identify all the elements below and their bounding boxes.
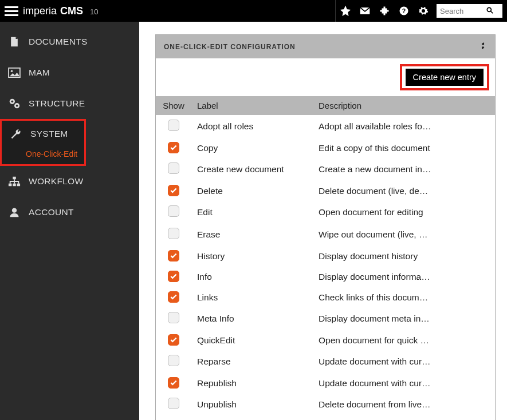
show-checkbox[interactable]: [168, 334, 179, 346]
svg-point-2: [487, 7, 491, 11]
settings-icon[interactable]: [414, 0, 433, 22]
show-checkbox[interactable]: [168, 163, 179, 174]
favorite-icon[interactable]: [336, 0, 355, 22]
cell-show: [156, 308, 191, 330]
cell-show: [156, 373, 191, 393]
show-checkbox[interactable]: [168, 250, 179, 261]
cell-desc: Display document meta in…: [313, 310, 495, 328]
sidebar-item-account[interactable]: ACCOUNT: [0, 197, 139, 228]
sidebar-item-label: MAM: [29, 68, 50, 78]
sidebar-sub-one-click-edit[interactable]: One-Click-Edit: [2, 147, 84, 164]
menu-toggle[interactable]: [5, 4, 18, 18]
table-body: Adopt all rolesAdopt all available roles…: [156, 115, 495, 420]
cell-desc: Display document informa…: [313, 268, 495, 286]
collapse-icon[interactable]: [479, 42, 487, 51]
svg-rect-9: [13, 177, 16, 180]
cell-desc: Validate document for corr…: [313, 418, 495, 420]
topbar: imperia CMS 10 ?: [0, 0, 507, 22]
table-row[interactable]: UnpublishDelete document from live…: [156, 393, 495, 415]
col-header-desc[interactable]: Description: [313, 96, 495, 115]
svg-point-7: [11, 101, 14, 103]
cell-label: QuickEdit: [191, 331, 313, 350]
table-row[interactable]: DeleteDelete document (live, de…: [156, 180, 495, 201]
wrench-icon: [10, 128, 22, 140]
table-row[interactable]: CopyEdit a copy of this document: [156, 137, 495, 158]
sidebar-item-mam[interactable]: MAM: [0, 57, 139, 88]
show-checkbox[interactable]: [168, 142, 179, 153]
table-row[interactable]: EditOpen document for editing: [156, 201, 495, 223]
panel-toolbar: Create new entry: [156, 58, 495, 96]
sidebar-item-workflow[interactable]: WORKFLOW: [0, 166, 139, 197]
cell-desc: Open document for quick …: [313, 331, 495, 350]
svg-rect-11: [13, 184, 16, 187]
show-checkbox[interactable]: [168, 355, 179, 366]
cell-desc: Update document with cur…: [313, 374, 495, 393]
mail-icon[interactable]: [355, 0, 375, 22]
cell-desc: Wipe out document (live, …: [313, 225, 495, 244]
cell-show: [156, 287, 191, 307]
topbar-actions: ?: [335, 0, 502, 22]
svg-text:?: ?: [402, 7, 406, 14]
sidebar-item-documents[interactable]: DOCUMENTS: [0, 26, 139, 57]
create-new-entry-button[interactable]: Create new entry: [406, 69, 484, 86]
table-row[interactable]: RepublishUpdate document with cur…: [156, 373, 495, 393]
cell-label: Links: [191, 288, 313, 307]
sidebar-item-system[interactable]: SYSTEM: [2, 121, 84, 147]
svg-point-13: [12, 208, 17, 213]
cell-label: Delete: [191, 182, 313, 200]
svg-rect-12: [17, 184, 21, 187]
table-row[interactable]: ReparseUpdate document with cur…: [156, 350, 495, 373]
table-row[interactable]: Meta InfoDisplay document meta in…: [156, 307, 495, 330]
cell-label: Reparse: [191, 352, 313, 371]
create-button-highlight: Create new entry: [400, 64, 489, 90]
search-box[interactable]: [437, 4, 502, 18]
show-checkbox[interactable]: [168, 312, 179, 323]
cell-show: [156, 159, 191, 180]
svg-rect-10: [9, 184, 11, 187]
table-header: Show Label Description: [156, 96, 495, 115]
config-panel: ONE-CLICK-EDIT CONFIGURATION Create new …: [155, 34, 496, 420]
table-row[interactable]: EraseWipe out document (live, …: [156, 223, 495, 245]
cell-show: [156, 201, 191, 223]
cell-desc: Adopt all available roles fo…: [313, 117, 495, 136]
document-icon: [8, 35, 21, 48]
sidebar-item-label: STRUCTURE: [29, 98, 85, 109]
col-header-show[interactable]: Show: [156, 96, 191, 115]
cell-label: Adopt all roles: [191, 117, 313, 136]
show-checkbox[interactable]: [168, 185, 179, 196]
sidebar-sub-label: One-Click-Edit: [26, 149, 77, 159]
cell-show: [156, 351, 191, 373]
table-row[interactable]: Create new documentCreate a new document…: [156, 158, 495, 180]
table-row[interactable]: Adopt all rolesAdopt all available roles…: [156, 115, 495, 137]
brand-version: 10: [90, 7, 98, 16]
show-checkbox[interactable]: [168, 398, 179, 409]
table-row[interactable]: ValidateValidate document for corr…: [156, 415, 495, 420]
table-row[interactable]: LinksCheck links of this docum…: [156, 287, 495, 307]
cell-show: [156, 416, 191, 420]
show-checkbox[interactable]: [168, 120, 179, 131]
cell-show: [156, 138, 191, 158]
show-checkbox[interactable]: [168, 228, 179, 239]
brand-name-bold: CMS: [60, 5, 83, 17]
search-icon[interactable]: [486, 6, 494, 16]
show-checkbox[interactable]: [168, 377, 179, 389]
cell-desc: Edit a copy of this document: [313, 139, 495, 157]
show-checkbox[interactable]: [168, 291, 179, 303]
search-input[interactable]: [440, 7, 486, 15]
sidebar-item-label: SYSTEM: [30, 129, 68, 139]
help-icon[interactable]: ?: [394, 0, 414, 22]
plugin-icon[interactable]: [375, 0, 394, 22]
table-row[interactable]: QuickEditOpen document for quick …: [156, 330, 495, 350]
user-icon: [8, 206, 21, 219]
col-header-label[interactable]: Label: [191, 96, 313, 115]
sidebar-item-structure[interactable]: STRUCTURE: [0, 88, 139, 119]
show-checkbox[interactable]: [168, 271, 179, 282]
main-content: ONE-CLICK-EDIT CONFIGURATION Create new …: [139, 22, 507, 420]
svg-point-8: [16, 105, 18, 107]
table-row[interactable]: HistoryDisplay document history: [156, 245, 495, 266]
gears-icon: [8, 97, 21, 110]
table-row[interactable]: InfoDisplay document informa…: [156, 266, 495, 287]
cell-label: Republish: [191, 374, 313, 393]
show-checkbox[interactable]: [168, 205, 179, 217]
sidebar-item-label: DOCUMENTS: [29, 37, 88, 47]
